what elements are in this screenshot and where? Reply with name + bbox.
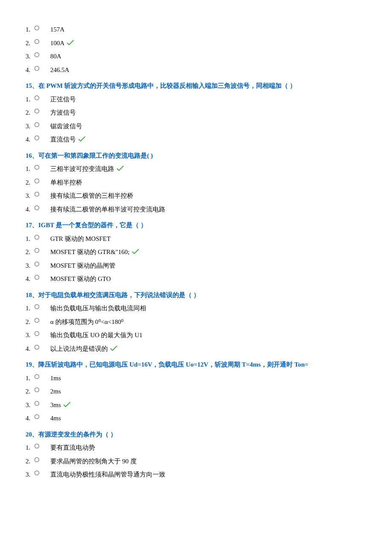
radio-icon[interactable]: [34, 53, 50, 62]
option-number: 1.: [26, 374, 34, 383]
option-text: 3ms: [50, 401, 366, 410]
radio-icon[interactable]: [34, 40, 50, 49]
option-text: 三相半波可控变流电路: [50, 165, 366, 173]
radio-icon[interactable]: [34, 346, 50, 354]
check-icon: [63, 402, 70, 410]
option-text: 直流电动势极性须和晶闸管导通方向一致: [50, 471, 366, 479]
question-title: 19、降压斩波电路中，已知电源电压 Ud=16V，负载电压 Uo=12V，斩波周…: [26, 361, 366, 369]
check-icon: [132, 249, 139, 257]
option-row: 2.α 的移项范围为 0⁰<α<180⁰: [26, 318, 366, 327]
question-title: 17、IGBT 是一个复合型的器件，它是（ ）: [26, 221, 366, 230]
radio-icon[interactable]: [34, 375, 50, 384]
radio-icon[interactable]: [34, 471, 50, 480]
radio-icon[interactable]: [34, 206, 50, 215]
option-number: 3.: [26, 122, 34, 131]
radio-icon[interactable]: [34, 319, 50, 327]
radio-icon[interactable]: [34, 123, 50, 132]
option-number: 3.: [26, 401, 34, 410]
option-text: MOSFET 驱动的 GTR&"160;: [50, 248, 366, 257]
question-title: 15、在 PWM 斩波方式的开关信号形成电路中，比较器反相输入端加三角波信号，同…: [26, 82, 366, 90]
option-row: 4.以上说法均是错误的: [26, 345, 366, 353]
option-number: 2.: [26, 39, 34, 48]
option-text: GTR 驱动的 MOSFET: [50, 235, 366, 243]
radio-icon[interactable]: [34, 445, 50, 453]
option-number: 4.: [26, 414, 34, 423]
option-row: 3.锯齿波信号: [26, 122, 366, 131]
radio-icon[interactable]: [34, 305, 50, 314]
option-row: 4.4ms: [26, 414, 366, 423]
radio-icon[interactable]: [34, 166, 50, 174]
option-text: 输出负载电压与输出负载电流同相: [50, 304, 366, 313]
radio-icon[interactable]: [34, 179, 50, 188]
option-number: 4.: [26, 66, 34, 75]
option-number: 4.: [26, 205, 34, 214]
check-icon: [67, 40, 74, 49]
option-number: 4.: [26, 136, 34, 144]
option-row: 3.MOSFET 驱动的晶闸管: [26, 262, 366, 270]
option-row: 4.接有续流二极管的单相半波可控变流电路: [26, 205, 366, 214]
radio-icon[interactable]: [34, 67, 50, 75]
option-row: 1.三相半波可控变流电路: [26, 165, 366, 173]
option-row: 2.MOSFET 驱动的 GTR&"160;: [26, 248, 366, 257]
option-row: 4.MOSFET 驱动的 GTO: [26, 275, 366, 283]
option-number: 3.: [26, 471, 34, 479]
radio-icon[interactable]: [34, 26, 50, 35]
option-row: 2.要求晶闸管的控制角大于 90 度: [26, 457, 366, 466]
option-number: 3.: [26, 52, 34, 61]
option-row: 2.方波信号: [26, 109, 366, 117]
option-number: 2.: [26, 457, 34, 466]
check-icon: [78, 136, 85, 145]
option-row: 4.直流信号: [26, 136, 366, 144]
option-number: 2.: [26, 248, 34, 257]
option-number: 2.: [26, 387, 34, 396]
option-number: 3.: [26, 262, 34, 270]
option-row: 2.100A: [26, 39, 366, 48]
option-text: 锯齿波信号: [50, 122, 366, 131]
option-row: 1.1ms: [26, 374, 366, 383]
check-icon: [117, 166, 124, 174]
radio-icon[interactable]: [34, 263, 50, 271]
question-title: 18、对于电阻负载单相交流调压电路，下列说法错误的是（ ）: [26, 291, 366, 300]
radio-icon[interactable]: [34, 276, 50, 284]
option-text: 4ms: [50, 414, 366, 423]
option-text: α 的移项范围为 0⁰<α<180⁰: [50, 318, 366, 327]
radio-icon[interactable]: [34, 458, 50, 467]
option-number: 1.: [26, 26, 34, 34]
option-row: 3.3ms: [26, 401, 366, 410]
option-row: 4.246.5A: [26, 66, 366, 75]
option-text: 要求晶闸管的控制角大于 90 度: [50, 457, 366, 466]
option-row: 1.157A: [26, 26, 366, 34]
option-text: 正弦信号: [50, 95, 366, 104]
option-text: MOSFET 驱动的晶闸管: [50, 262, 366, 270]
radio-icon[interactable]: [34, 402, 50, 410]
radio-icon[interactable]: [34, 193, 50, 201]
option-row: 3.直流电动势极性须和晶闸管导通方向一致: [26, 471, 366, 479]
question-title: 20、有源逆变发生的条件为（ ）: [26, 431, 366, 439]
option-number: 4.: [26, 345, 34, 353]
radio-icon[interactable]: [34, 110, 50, 118]
radio-icon[interactable]: [34, 332, 50, 341]
radio-icon[interactable]: [34, 236, 50, 244]
option-row: 2.2ms: [26, 387, 366, 396]
check-icon: [110, 346, 117, 354]
option-number: 1.: [26, 235, 34, 243]
option-number: 1.: [26, 165, 34, 173]
radio-icon[interactable]: [34, 136, 50, 145]
option-text: 246.5A: [50, 66, 366, 75]
option-text: 直流信号: [50, 136, 366, 144]
option-text: 100A: [50, 39, 366, 48]
option-text: MOSFET 驱动的 GTO: [50, 275, 366, 283]
radio-icon[interactable]: [34, 415, 50, 424]
option-text: 要有直流电动势: [50, 444, 366, 452]
radio-icon[interactable]: [34, 249, 50, 257]
option-row: 1.GTR 驱动的 MOSFET: [26, 235, 366, 243]
radio-icon[interactable]: [34, 388, 50, 397]
option-row: 3.接有续流二极管的三相半控桥: [26, 192, 366, 200]
option-text: 单相半控桥: [50, 179, 366, 187]
option-row: 3.输出负载电压 UO 的最大值为 U1: [26, 331, 366, 340]
option-number: 1.: [26, 304, 34, 313]
question-title: 16、可在第一和第四象限工作的变流电路是( ): [26, 152, 366, 160]
option-row: 2.单相半控桥: [26, 179, 366, 187]
option-row: 3.80A: [26, 52, 366, 61]
radio-icon[interactable]: [34, 96, 50, 105]
